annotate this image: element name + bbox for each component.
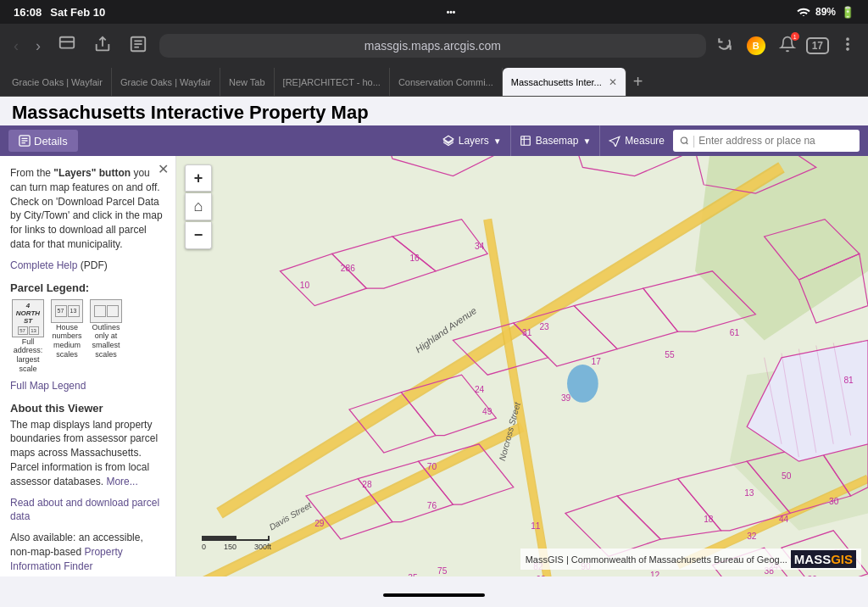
svg-text:32: 32 (747, 532, 757, 541)
share-button[interactable] (88, 31, 117, 61)
property-finder-link[interactable]: Property Information Finder (10, 546, 123, 572)
forward-button[interactable]: › (31, 34, 46, 58)
svg-text:16: 16 (409, 253, 420, 263)
help-link-para: Complete Help (PDF) (10, 259, 165, 273)
map-container: Details Layers ▼ Basemap ▼ Measure | (0, 125, 868, 576)
about-text: The map displays land property boundarie… (10, 418, 165, 489)
legend-img-2: 57 13 (51, 299, 83, 323)
parcel-legend-row: 4 NORTH ST 57 13 Full address: largest s… (10, 299, 165, 374)
details-label: Details (34, 135, 68, 148)
tab-conservation[interactable]: Conservation Commi... (390, 68, 503, 97)
basemap-label: Basemap (536, 135, 579, 147)
layers-button[interactable]: Layers ▼ (434, 125, 511, 156)
svg-point-54 (567, 365, 598, 403)
zoom-in-button[interactable]: + (185, 164, 212, 192)
browser-chrome: ‹ › massgis.maps.arcgis.com B 1 17 (0, 24, 868, 68)
measure-button[interactable]: Measure (600, 125, 673, 156)
svg-text:70: 70 (427, 462, 437, 471)
svg-text:28: 28 (362, 480, 372, 489)
map-toolbar: Details Layers ▼ Basemap ▼ Measure | (0, 125, 868, 156)
brave-logo: B (747, 36, 765, 55)
tab-rearchitect[interactable]: [RE]ARCHITECT - ho... (275, 68, 390, 97)
tab-gracie-2[interactable]: Gracie Oaks | Wayfair (112, 68, 220, 97)
svg-text:24: 24 (475, 385, 485, 394)
tabs-bar: Gracie Oaks | Wayfair Gracie Oaks | Wayf… (0, 68, 868, 97)
intro-text: From the "Layers" button you can turn ma… (10, 166, 165, 252)
svg-text:17: 17 (592, 357, 602, 366)
help-suffix: (PDF) (81, 259, 108, 271)
tab-gracie-1[interactable]: Gracie Oaks | Wayfair (3, 68, 112, 97)
date-display: Sat Feb 10 (50, 6, 105, 19)
svg-text:18: 18 (704, 515, 714, 524)
notification-badge: 1 (791, 32, 799, 41)
notification-button[interactable]: 1 (776, 32, 799, 59)
page-content: Massachusetts Interactive Property Map D… (0, 97, 868, 583)
status-bar: 16:08 Sat Feb 10 ••• 89% 🔋 (0, 0, 868, 24)
svg-text:11: 11 (531, 521, 541, 531)
details-button[interactable]: Details (8, 130, 78, 152)
tab-new[interactable]: New Tab (220, 68, 275, 97)
svg-text:76: 76 (427, 501, 437, 510)
svg-point-15 (681, 137, 687, 143)
scale-bar: 0 150 300ft (202, 531, 271, 551)
svg-text:75: 75 (437, 566, 448, 576)
search-input[interactable] (698, 135, 853, 147)
full-map-legend-link[interactable]: Full Map Legend (10, 380, 86, 392)
svg-text:80: 80 (808, 575, 818, 576)
home-button[interactable]: ⌂ (185, 193, 212, 220)
home-indicator[interactable] (383, 593, 485, 597)
basemap-button[interactable]: Basemap ▼ (511, 125, 601, 156)
bottom-bar (0, 583, 868, 607)
map-area[interactable]: Highland Avenue Davis Street Norcross St… (176, 156, 868, 576)
svg-text:34: 34 (475, 242, 485, 251)
mass-text: MASS (794, 552, 831, 566)
read-link[interactable]: Read about and download parcel data (10, 497, 159, 523)
tab-label: New Tab (229, 77, 265, 87)
tab-label: Massachusetts Inter... (511, 77, 602, 87)
svg-text:44: 44 (779, 515, 789, 524)
tab-count-button[interactable]: 17 (806, 37, 829, 54)
menu-button[interactable] (836, 32, 860, 59)
battery-icon: 🔋 (841, 6, 854, 19)
svg-text:29: 29 (314, 519, 325, 528)
map-attribution: MassGIS | Commonwealth of Massachusetts … (520, 549, 861, 570)
svg-rect-14 (520, 136, 530, 146)
svg-point-7 (847, 43, 849, 45)
legend-title: Parcel Legend: (10, 281, 165, 294)
attribution-text: MassGIS | Commonwealth of Massachusetts … (526, 554, 787, 565)
address-bar[interactable]: massgis.maps.arcgis.com (159, 34, 706, 58)
more-link[interactable]: More... (106, 476, 137, 487)
svg-text:81: 81 (843, 376, 854, 385)
close-panel-button[interactable]: ✕ (158, 161, 169, 177)
legend-desc-1: Full address: largest scale (12, 337, 44, 374)
svg-text:39: 39 (561, 393, 571, 403)
add-tab-button[interactable]: + (626, 72, 650, 92)
bookmarks-button[interactable] (53, 31, 81, 61)
tab-label: [RE]ARCHITECT - ho... (283, 77, 381, 87)
tab-massachusetts-active[interactable]: Massachusetts Inter... ✕ (503, 68, 626, 97)
close-tab-icon[interactable]: ✕ (609, 76, 617, 88)
url-display: massgis.maps.arcgis.com (364, 39, 501, 53)
layers-bold: "Layers" button (53, 167, 131, 179)
browser-icons: B 1 17 (713, 32, 860, 59)
search-bar[interactable]: | (673, 130, 860, 152)
svg-text:30: 30 (829, 497, 839, 506)
reader-button[interactable] (124, 31, 153, 61)
legend-desc-2: House numbers medium scales (51, 323, 83, 359)
tab-label: Conservation Commi... (398, 77, 493, 87)
status-icons: 89% 🔋 (797, 6, 854, 19)
reload-button[interactable] (713, 32, 737, 59)
scale-150: 150 (224, 543, 236, 551)
layers-label: Layers (459, 135, 489, 147)
svg-text:61: 61 (730, 328, 740, 337)
battery-text: 89% (815, 6, 836, 18)
svg-text:13: 13 (744, 488, 754, 498)
back-button[interactable]: ‹ (8, 34, 24, 58)
complete-help-link[interactable]: Complete Help (10, 259, 77, 271)
svg-text:55: 55 (665, 350, 675, 359)
zoom-out-button[interactable]: − (185, 222, 212, 249)
about-title: About this Viewer (10, 402, 165, 415)
layers-dropdown-icon: ▼ (493, 136, 502, 146)
wifi-icon (797, 6, 810, 19)
brave-icon-button[interactable]: B (743, 33, 769, 58)
